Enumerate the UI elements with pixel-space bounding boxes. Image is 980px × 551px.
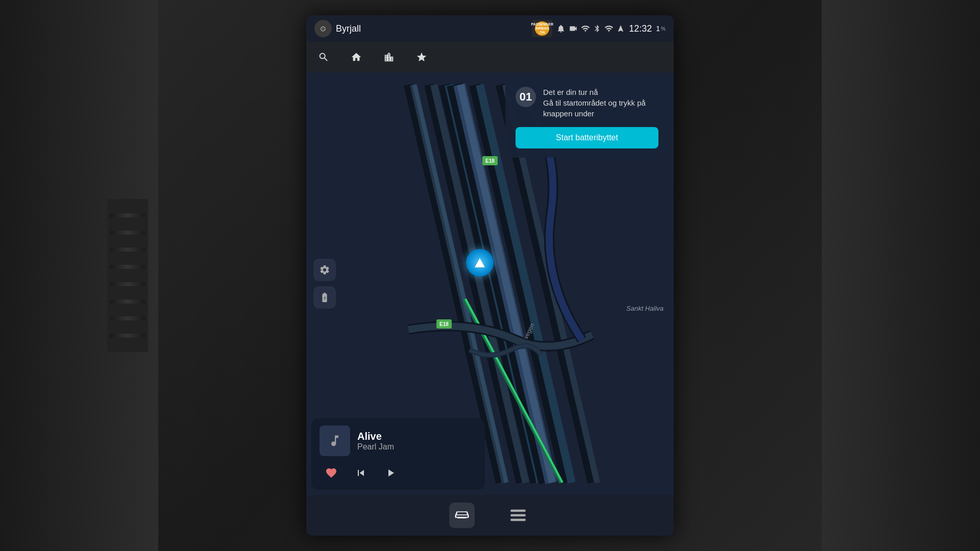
like-button[interactable]	[322, 463, 341, 483]
vent-slat	[110, 334, 145, 338]
track-title: Alive	[357, 431, 394, 442]
bottom-bar	[306, 495, 674, 536]
status-icons	[556, 24, 625, 33]
vent-slat	[110, 316, 145, 320]
side-controls	[313, 259, 336, 309]
navigation-card: 01 Det er din tur nå Gå til startområdet…	[505, 78, 669, 158]
right-panel	[822, 0, 980, 551]
nav-toolbar	[306, 42, 674, 72]
menu-button[interactable]	[505, 503, 531, 528]
vent-slat	[110, 299, 145, 304]
vent-slat	[110, 282, 145, 286]
svg-rect-17	[521, 360, 546, 369]
bell-icon	[556, 24, 566, 33]
track-text: Alive Pearl Jam	[357, 431, 394, 452]
play-button[interactable]	[381, 463, 400, 483]
nav-instruction: Det er din tur nå Gå til startområdet og…	[543, 87, 646, 119]
music-controls	[320, 463, 477, 483]
svg-rect-24	[510, 519, 526, 521]
vent-slat	[110, 265, 145, 269]
start-battery-swap-button[interactable]: Start batteribyttet	[516, 127, 658, 148]
place-label-sankthaliva: Sankt Haliva	[626, 305, 664, 312]
vent-slat	[110, 231, 145, 235]
music-player: Alive Pearl Jam	[311, 418, 485, 490]
home-button[interactable]	[347, 48, 365, 66]
track-artist: Pearl Jam	[357, 442, 394, 452]
car-button[interactable]	[449, 503, 475, 528]
track-info: Alive Pearl Jam	[320, 425, 477, 456]
wifi-icon	[581, 24, 590, 33]
car-interior: ⊙ Byrjall PASSENGERAIRBAGON	[0, 0, 980, 551]
charge-button[interactable]	[313, 286, 336, 309]
left-vent	[107, 199, 148, 352]
camera-icon	[569, 24, 578, 33]
map-area[interactable]: E18 E18 vegen Sankt Haliva 01 Det er din…	[306, 72, 674, 495]
search-button[interactable]	[314, 48, 333, 66]
airbag-indicator: PASSENGERAIRBAGON	[532, 20, 552, 37]
airbag-icon: PASSENGERAIRBAGON	[535, 21, 549, 36]
main-screen: ⊙ Byrjall PASSENGERAIRBAGON	[306, 15, 674, 536]
album-art	[320, 425, 350, 456]
location-circle	[466, 249, 494, 277]
left-panel	[0, 0, 158, 551]
location-arrow	[475, 258, 485, 267]
nav-card-header: 01 Det er din tur nå Gå til startområdet…	[516, 87, 658, 119]
svg-rect-23	[510, 514, 526, 517]
svg-text:E18: E18	[439, 321, 449, 327]
svg-text:E18: E18	[485, 158, 495, 164]
status-bar: ⊙ Byrjall PASSENGERAIRBAGON	[306, 15, 674, 42]
nav-step-number: 01	[516, 87, 536, 107]
bluetooth-icon	[593, 24, 601, 33]
app-icon: ⊙	[314, 20, 332, 37]
vent-slat	[110, 213, 145, 217]
previous-button[interactable]	[351, 463, 371, 483]
location-marker	[466, 249, 494, 277]
vent-slat	[110, 247, 145, 252]
app-title: Byrjall	[336, 23, 528, 34]
signal-icon	[604, 24, 614, 33]
battery-indicator: 1 %	[656, 24, 666, 33]
status-time: 12:32	[629, 23, 652, 34]
favorites-button[interactable]	[412, 48, 431, 66]
location-icon	[617, 24, 625, 33]
settings-button[interactable]	[313, 259, 336, 281]
svg-rect-22	[510, 510, 526, 512]
building-button[interactable]	[380, 48, 398, 66]
